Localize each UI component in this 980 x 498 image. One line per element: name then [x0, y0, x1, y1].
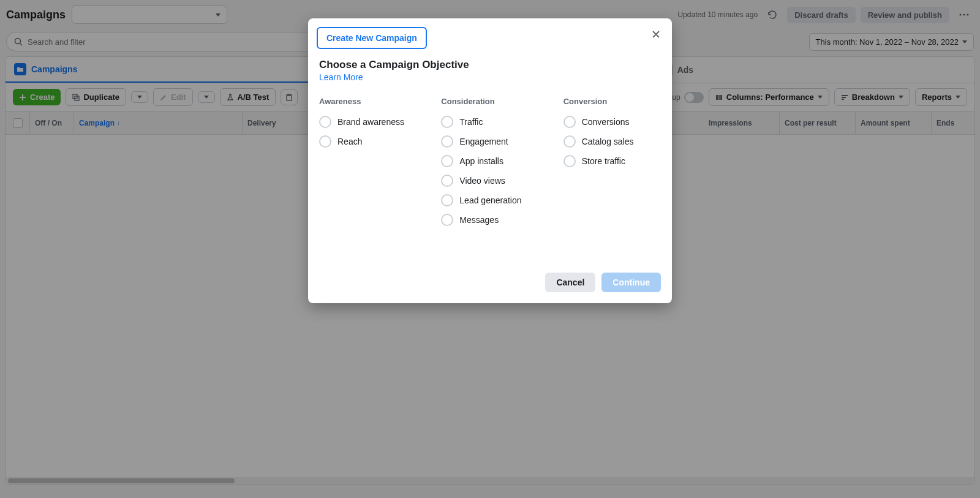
conversion-column: Conversion Conversions Catalog sales Sto… [564, 97, 661, 230]
radio-icon [319, 116, 331, 128]
close-icon [652, 30, 660, 39]
radio-icon [441, 135, 453, 148]
close-button[interactable] [647, 26, 665, 43]
modal-title: Choose a Campaign Objective [319, 59, 661, 71]
objective-label: Engagement [459, 137, 508, 146]
awareness-column: Awareness Brand awareness Reach [319, 97, 417, 230]
conversion-heading: Conversion [564, 97, 661, 106]
objective-label: Catalog sales [582, 137, 634, 146]
create-campaign-modal: Create New Campaign Choose a Campaign Ob… [308, 18, 672, 303]
objective-lead-generation[interactable]: Lead generation [441, 191, 538, 210]
objective-video-views[interactable]: Video views [441, 171, 538, 191]
radio-icon [319, 135, 331, 148]
objective-label: Conversions [582, 117, 630, 127]
radio-icon [441, 194, 453, 206]
radio-icon [564, 155, 576, 167]
objective-label: Reach [337, 137, 362, 146]
create-new-campaign-tab[interactable]: Create New Campaign [317, 27, 427, 49]
cancel-button[interactable]: Cancel [545, 273, 595, 292]
objective-label: Lead generation [459, 195, 521, 205]
continue-button[interactable]: Continue [601, 273, 661, 292]
objective-brand-awareness[interactable]: Brand awareness [319, 112, 417, 132]
objective-catalog-sales[interactable]: Catalog sales [564, 132, 661, 151]
objective-traffic[interactable]: Traffic [441, 112, 538, 132]
radio-icon [564, 135, 576, 148]
modal-footer: Cancel Continue [319, 273, 661, 292]
consideration-column: Consideration Traffic Engagement App ins… [441, 97, 538, 230]
radio-icon [441, 155, 453, 167]
objectives-grid: Awareness Brand awareness Reach Consider… [319, 97, 661, 230]
objective-app-installs[interactable]: App installs [441, 151, 538, 171]
learn-more-link[interactable]: Learn More [319, 72, 363, 82]
objective-label: Traffic [459, 117, 483, 127]
radio-icon [441, 116, 453, 128]
objective-store-traffic[interactable]: Store traffic [564, 151, 661, 171]
objective-conversions[interactable]: Conversions [564, 112, 661, 132]
modal-overlay: Create New Campaign Choose a Campaign Ob… [0, 0, 980, 498]
radio-icon [441, 175, 453, 187]
objective-label: Messages [459, 215, 499, 225]
objective-engagement[interactable]: Engagement [441, 132, 538, 151]
objective-label: Brand awareness [337, 117, 404, 127]
radio-icon [441, 214, 453, 226]
objective-label: Store traffic [582, 156, 625, 166]
objective-messages[interactable]: Messages [441, 210, 538, 230]
radio-icon [564, 116, 576, 128]
awareness-heading: Awareness [319, 97, 417, 106]
modal-body: Choose a Campaign Objective Learn More A… [317, 49, 663, 295]
objective-reach[interactable]: Reach [319, 132, 417, 151]
objective-label: Video views [459, 176, 505, 186]
objective-label: App installs [459, 156, 503, 166]
consideration-heading: Consideration [441, 97, 538, 106]
